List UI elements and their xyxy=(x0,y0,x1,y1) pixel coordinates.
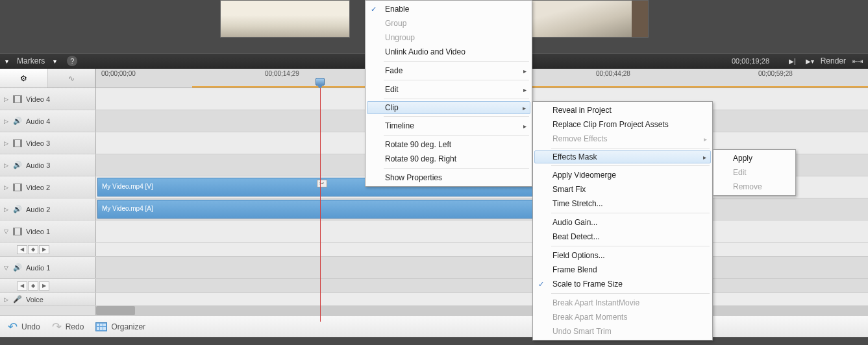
menu-item-label: Ungroup xyxy=(385,33,415,42)
track-expand-toggle[interactable]: ▷ xyxy=(4,118,9,125)
track-row: ▷🔊Audio 2My Video.mp4 [A] xyxy=(0,198,868,220)
menu-item-replace-clip-from-project-assets[interactable]: Replace Clip From Project Assets xyxy=(534,117,711,132)
menu-item-label: Group xyxy=(385,19,406,28)
add-keyframe-button[interactable]: ◆ xyxy=(28,245,38,254)
track-expand-toggle[interactable]: ▽ xyxy=(4,228,9,235)
menu-item-break-apart-moments: Break Apart Moments xyxy=(534,310,711,324)
menu-item-reveal-in-project[interactable]: Reveal in Project xyxy=(534,103,711,117)
menu-separator xyxy=(551,165,710,166)
timeline-tool-settings[interactable]: ⚙ xyxy=(0,69,48,88)
scrollbar-thumb[interactable] xyxy=(96,306,135,315)
track-expand-toggle[interactable]: ▷ xyxy=(4,206,9,213)
check-icon: ✓ xyxy=(538,280,544,289)
track-expand-toggle[interactable]: ▷ xyxy=(4,140,9,147)
menu-item-audio-gain[interactable]: Audio Gain... xyxy=(534,215,711,230)
menu-separator xyxy=(384,116,529,117)
menu-item-fade[interactable]: Fade xyxy=(367,64,530,78)
menu-item-apply[interactable]: Apply xyxy=(715,151,794,165)
menu-item-label: Rotate 90 deg. Right xyxy=(385,154,456,163)
track-header[interactable]: ▷Video 2 xyxy=(0,176,96,198)
organizer-button[interactable]: Organizer xyxy=(95,322,145,331)
track-label: Video 2 xyxy=(26,184,50,191)
menu-item-apply-videomerge[interactable]: Apply Videomerge xyxy=(534,168,711,182)
track-controls-row: ◀◆▶ xyxy=(0,243,868,257)
next-keyframe-button[interactable]: ▶ xyxy=(39,281,49,291)
check-icon: ✓ xyxy=(371,5,377,14)
next-frame-button[interactable]: ▶| xyxy=(789,58,796,65)
track-controls-row: ◀◆▶ xyxy=(0,279,868,293)
menu-item-label: Break Apart Moments xyxy=(552,313,627,322)
track-header[interactable]: ▷🔊Audio 3 xyxy=(0,154,96,176)
horizontal-scrollbar[interactable] xyxy=(0,306,868,315)
timeline-tool-waveform[interactable]: ∿ xyxy=(48,69,96,88)
track-header[interactable]: ▷🔊Audio 2 xyxy=(0,198,96,220)
menu-item-beat-detect[interactable]: Beat Detect... xyxy=(534,230,711,244)
menu-item-clip[interactable]: Clip xyxy=(367,101,530,114)
track-label: Voice xyxy=(26,296,43,303)
help-icon[interactable]: ? xyxy=(67,56,77,66)
undo-button[interactable]: ↶ Undo xyxy=(8,320,40,334)
markers-dropdown[interactable]: Markers xyxy=(14,56,48,65)
menu-item-rotate-90-deg-left[interactable]: Rotate 90 deg. Left xyxy=(367,137,530,152)
playhead[interactable] xyxy=(316,78,325,86)
track-lane[interactable] xyxy=(96,257,868,278)
menu-item-rotate-90-deg-right[interactable]: Rotate 90 deg. Right xyxy=(367,152,530,166)
track-expand-toggle[interactable]: ▷ xyxy=(4,162,9,169)
menu-item-time-stretch[interactable]: Time Stretch... xyxy=(534,196,711,211)
context-menu-main: ✓EnableGroupUngroupUnlink Audio and Vide… xyxy=(365,0,532,187)
track-expand-toggle[interactable]: ▽ xyxy=(4,265,9,271)
track-lane[interactable] xyxy=(96,220,868,242)
speaker-icon: 🔊 xyxy=(13,117,22,126)
expand-icon[interactable]: ⇤⇥ xyxy=(852,58,863,65)
menu-item-label: Enable xyxy=(385,5,409,14)
cut-marker-icon[interactable]: ✂ xyxy=(317,180,327,187)
menu-item-effects-mask[interactable]: Effects Mask xyxy=(534,150,711,163)
menu-item-timeline[interactable]: Timeline xyxy=(367,119,530,133)
menu-item-unlink-audio-and-video[interactable]: Unlink Audio and Video xyxy=(367,45,530,59)
track-header[interactable]: ▽🔊Audio 1 xyxy=(0,257,96,278)
track-expand-toggle[interactable]: ▷ xyxy=(4,184,9,191)
track-header[interactable]: ▽Video 1 xyxy=(0,220,96,242)
ruler-tick: 00;00;44;28 xyxy=(596,70,630,77)
menu-item-label: Remove Effects xyxy=(552,134,607,143)
context-menu-effects-mask: ApplyEditRemove xyxy=(713,149,796,196)
context-menu-clip: Reveal in ProjectReplace Clip From Proje… xyxy=(532,101,713,340)
menu-item-label: Show Properties xyxy=(385,173,442,182)
menu-item-scale-to-frame-size[interactable]: ✓Scale to Frame Size xyxy=(534,277,711,291)
menu-item-label: Scale to Frame Size xyxy=(552,280,623,289)
add-keyframe-button[interactable]: ◆ xyxy=(28,281,38,291)
preview-thumbnail-right xyxy=(519,0,649,38)
menu-item-label: Time Stretch... xyxy=(552,199,603,208)
next-keyframe-button[interactable]: ▶ xyxy=(39,245,49,254)
track-header[interactable]: ▷Video 3 xyxy=(0,132,96,154)
track-expand-toggle[interactable]: ▷ xyxy=(4,296,9,303)
menu-item-label: Reveal in Project xyxy=(552,106,612,115)
track-lane[interactable]: My Video.mp4 [A] xyxy=(96,198,868,220)
menu-item-remove: Remove xyxy=(715,180,794,194)
prev-keyframe-button[interactable]: ◀ xyxy=(17,245,27,254)
chevron-down-icon: ▾ xyxy=(53,58,56,65)
menu-separator xyxy=(384,135,529,136)
grid-icon xyxy=(95,322,107,331)
menu-item-remove-effects: Remove Effects xyxy=(534,132,711,146)
goto-marker-button[interactable]: ▶▾ xyxy=(806,58,814,65)
menu-item-show-properties[interactable]: Show Properties xyxy=(367,171,530,185)
menu-item-field-options[interactable]: Field Options... xyxy=(534,248,711,263)
menu-item-group: Group xyxy=(367,16,530,30)
panel-menu-icon[interactable]: ▾ xyxy=(5,58,8,65)
playhead-line xyxy=(320,88,321,322)
render-button[interactable]: Render xyxy=(821,56,846,65)
track-expand-toggle[interactable]: ▷ xyxy=(4,96,9,102)
prev-keyframe-button[interactable]: ◀ xyxy=(17,281,27,291)
menu-item-enable[interactable]: ✓Enable xyxy=(367,2,530,16)
menu-item-frame-blend[interactable]: Frame Blend xyxy=(534,263,711,277)
menu-item-break-apart-instantmovie: Break Apart InstantMovie xyxy=(534,296,711,310)
menu-separator xyxy=(551,148,710,149)
menu-item-label: Effects Mask xyxy=(552,152,597,161)
redo-button[interactable]: ↷ Redo xyxy=(52,320,84,334)
menu-item-label: Break Apart InstantMovie xyxy=(552,298,639,307)
menu-item-edit[interactable]: Edit xyxy=(367,82,530,97)
track-header[interactable]: ▷Video 4 xyxy=(0,88,96,110)
track-header[interactable]: ▷🔊Audio 4 xyxy=(0,110,96,132)
menu-item-smart-fix[interactable]: Smart Fix xyxy=(534,182,711,196)
